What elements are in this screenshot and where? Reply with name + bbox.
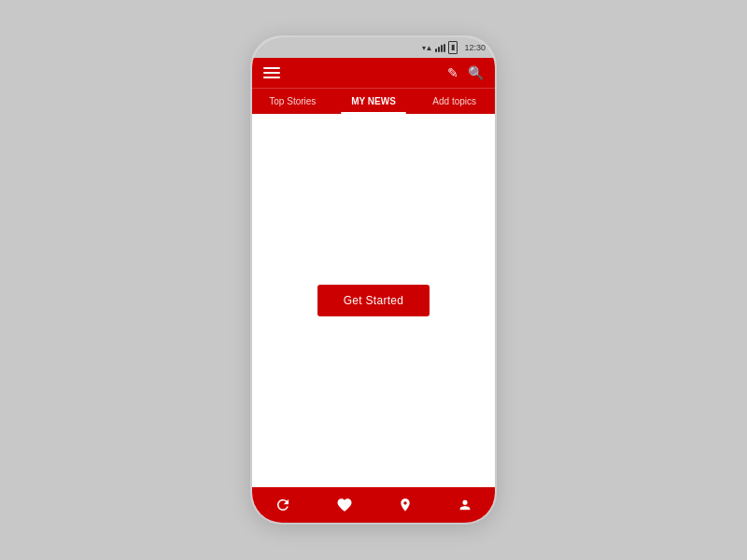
app-screen: ✎ 🔍 Top Stories MY NEWS Add topics Get S… <box>252 58 495 523</box>
tab-my-news[interactable]: MY NEWS <box>333 89 415 114</box>
battery-icon: ▮ <box>448 41 458 53</box>
tab-top-stories[interactable]: Top Stories <box>252 89 333 114</box>
bottom-nav-refresh[interactable] <box>275 497 291 513</box>
bottom-nav-profile[interactable] <box>458 497 472 513</box>
status-bar: ▾▲ ▮ 12:30 <box>252 37 495 58</box>
phone-frame: ▾▲ ▮ 12:30 ✎ 🔍 <box>252 37 495 523</box>
search-icon[interactable]: 🔍 <box>468 65 484 80</box>
bottom-nav-heart[interactable] <box>336 497 353 513</box>
hamburger-menu-button[interactable] <box>263 67 280 78</box>
tab-add-topics[interactable]: Add topics <box>414 89 495 114</box>
nav-tabs: Top Stories MY NEWS Add topics <box>252 88 495 114</box>
location-icon <box>398 497 413 513</box>
main-content: Get Started <box>252 114 495 487</box>
status-bar-icons: ▾▲ ▮ 12:30 <box>422 41 486 53</box>
edit-icon[interactable]: ✎ <box>447 65 458 80</box>
top-bar: ✎ 🔍 <box>252 58 495 88</box>
bottom-nav-location[interactable] <box>398 497 413 513</box>
heart-icon <box>336 497 353 513</box>
get-started-button[interactable]: Get Started <box>317 285 430 316</box>
refresh-icon <box>275 497 291 513</box>
status-time: 12:30 <box>464 43 486 52</box>
wifi-icon: ▾▲ <box>422 44 433 52</box>
top-bar-actions: ✎ 🔍 <box>447 65 484 80</box>
bottom-nav <box>252 487 495 523</box>
signal-icon <box>435 44 445 52</box>
profile-icon <box>458 497 472 513</box>
